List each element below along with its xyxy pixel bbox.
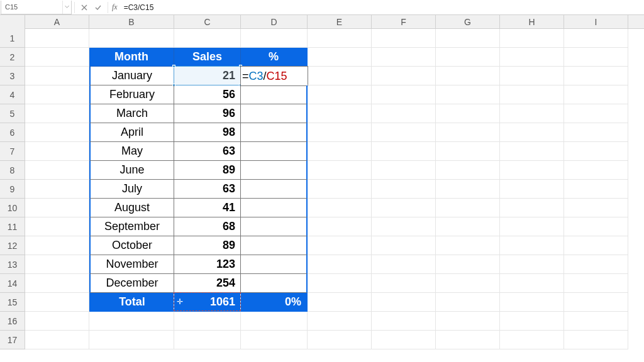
cell-H15[interactable] — [500, 293, 564, 312]
cell-B12[interactable]: October — [89, 236, 174, 255]
cell-C14[interactable]: 254 — [174, 274, 241, 293]
row-header-5[interactable]: 5 — [0, 104, 25, 123]
cell-G1[interactable] — [436, 29, 500, 48]
cell-D1[interactable] — [241, 29, 308, 48]
cell-H17[interactable] — [500, 331, 564, 349]
cell-C10[interactable]: 41 — [174, 199, 241, 217]
cell-G2[interactable] — [436, 48, 500, 67]
cell-I13[interactable] — [564, 255, 628, 274]
table-header-sales[interactable]: Sales — [174, 48, 241, 67]
cell-B15-total-label[interactable]: Total — [89, 293, 174, 312]
cell-H1[interactable] — [500, 29, 564, 48]
cell-I15[interactable] — [564, 293, 628, 312]
cell-C17[interactable] — [174, 331, 241, 349]
cell-I4[interactable] — [564, 85, 628, 104]
cell-G4[interactable] — [436, 85, 500, 104]
row-header-6[interactable]: 6 — [0, 123, 25, 142]
cell-E7[interactable] — [308, 142, 372, 161]
cell-C4[interactable]: 56 — [174, 85, 241, 104]
cell-H11[interactable] — [500, 217, 564, 236]
col-header-E[interactable]: E — [308, 15, 372, 28]
cell-C1[interactable] — [174, 29, 241, 48]
cell-I10[interactable] — [564, 199, 628, 217]
cell-C7[interactable]: 63 — [174, 142, 241, 161]
col-header-B[interactable]: B — [89, 15, 174, 28]
cell-H9[interactable] — [500, 180, 564, 199]
cell-A11[interactable] — [25, 217, 89, 236]
cell-D14[interactable] — [241, 274, 308, 293]
cell-F2[interactable] — [372, 48, 436, 67]
cell-I1[interactable] — [564, 29, 628, 48]
cell-I12[interactable] — [564, 236, 628, 255]
cell-A13[interactable] — [25, 255, 89, 274]
cell-C3[interactable]: 21 — [174, 67, 241, 85]
cell-C6[interactable]: 98 — [174, 123, 241, 142]
cell-E6[interactable] — [308, 123, 372, 142]
cell-G12[interactable] — [436, 236, 500, 255]
cell-A12[interactable] — [25, 236, 89, 255]
cell-E15[interactable] — [308, 293, 372, 312]
cell-E11[interactable] — [308, 217, 372, 236]
cell-E5[interactable] — [308, 104, 372, 123]
cell-E9[interactable] — [308, 180, 372, 199]
cell-H14[interactable] — [500, 274, 564, 293]
cell-E10[interactable] — [308, 199, 372, 217]
cell-F10[interactable] — [372, 199, 436, 217]
cell-G15[interactable] — [436, 293, 500, 312]
cell-B16[interactable] — [89, 312, 174, 331]
cell-F12[interactable] — [372, 236, 436, 255]
row-header-1[interactable]: 1 — [0, 29, 25, 48]
col-header-C[interactable]: C — [174, 15, 241, 28]
cell-H5[interactable] — [500, 104, 564, 123]
col-header-I[interactable]: I — [564, 15, 628, 28]
cell-E1[interactable] — [308, 29, 372, 48]
row-header-15[interactable]: 15 — [0, 293, 25, 312]
row-header-12[interactable]: 12 — [0, 236, 25, 255]
cell-C12[interactable]: 89 — [174, 236, 241, 255]
cell-D11[interactable] — [241, 217, 308, 236]
cell-H3[interactable] — [500, 67, 564, 85]
cell-G10[interactable] — [436, 199, 500, 217]
cell-G16[interactable] — [436, 312, 500, 331]
row-header-7[interactable]: 7 — [0, 142, 25, 161]
cell-D4[interactable] — [241, 85, 308, 104]
name-box-dropdown-icon[interactable] — [62, 1, 71, 14]
row-header-9[interactable]: 9 — [0, 180, 25, 199]
cell-A10[interactable] — [25, 199, 89, 217]
cell-H4[interactable] — [500, 85, 564, 104]
cancel-button[interactable] — [77, 1, 91, 14]
enter-button[interactable] — [91, 1, 105, 14]
cell-D15-total-percent[interactable]: 0% — [241, 293, 308, 312]
cell-D12[interactable] — [241, 236, 308, 255]
cell-F9[interactable] — [372, 180, 436, 199]
cell-I2[interactable] — [564, 48, 628, 67]
cell-F6[interactable] — [372, 123, 436, 142]
cell-A15[interactable] — [25, 293, 89, 312]
cell-B4[interactable]: February — [89, 85, 174, 104]
cell-I8[interactable] — [564, 161, 628, 180]
cell-F14[interactable] — [372, 274, 436, 293]
cell-C9[interactable]: 63 — [174, 180, 241, 199]
cell-G8[interactable] — [436, 161, 500, 180]
cell-A6[interactable] — [25, 123, 89, 142]
cell-F13[interactable] — [372, 255, 436, 274]
cell-I6[interactable] — [564, 123, 628, 142]
cell-F1[interactable] — [372, 29, 436, 48]
table-header-month[interactable]: Month — [89, 48, 174, 67]
cell-H12[interactable] — [500, 236, 564, 255]
cell-B11[interactable]: September — [89, 217, 174, 236]
cell-A8[interactable] — [25, 161, 89, 180]
cell-A5[interactable] — [25, 104, 89, 123]
cell-D7[interactable] — [241, 142, 308, 161]
cell-I17[interactable] — [564, 331, 628, 349]
cell-C8[interactable]: 89 — [174, 161, 241, 180]
cell-D13[interactable] — [241, 255, 308, 274]
cell-I16[interactable] — [564, 312, 628, 331]
cell-F17[interactable] — [372, 331, 436, 349]
cell-A2[interactable] — [25, 48, 89, 67]
col-header-D[interactable]: D — [241, 15, 308, 28]
cell-A3[interactable] — [25, 67, 89, 85]
cell-G5[interactable] — [436, 104, 500, 123]
cell-D5[interactable] — [241, 104, 308, 123]
row-header-3[interactable]: 3 — [0, 67, 25, 85]
